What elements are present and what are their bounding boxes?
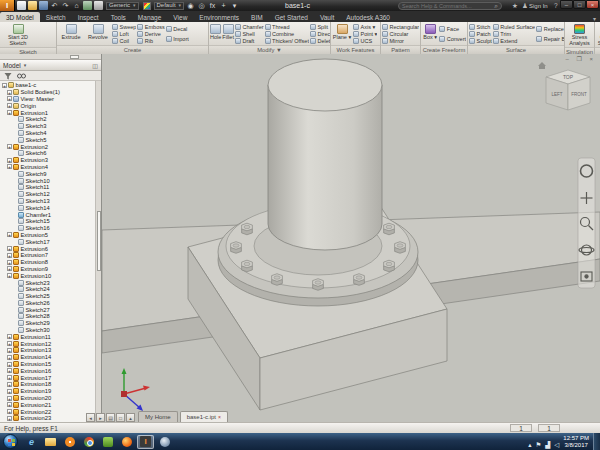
extrude-button[interactable]: Extrude [58,23,84,45]
action-center-flag-icon[interactable]: ⚑ [535,441,541,448]
tree-item-extrusion6[interactable]: +Extrusion6 [0,245,95,252]
expand-icon[interactable]: + [7,253,12,258]
tree-item-sketch11[interactable]: Sketch11 [0,184,95,191]
tree-item-sketch3[interactable]: Sketch3 [0,123,95,130]
ribbon-group-label[interactable]: Modify ▼ [209,45,330,54]
tree-item-sketch10[interactable]: Sketch10 [0,177,95,184]
taskbar-media-player-icon[interactable] [61,435,78,449]
plane-button[interactable]: Plane ▾ [332,23,352,45]
expand-icon[interactable]: + [7,158,12,163]
tree-item-sketch6[interactable]: Sketch6 [0,150,95,157]
convert-to-sheet-metal-button[interactable]: Convert to Sheet Metal [596,23,600,47]
tree-item-sketch9[interactable]: Sketch9 [0,170,95,177]
tree-item-sketch27[interactable]: Sketch27 [0,306,95,313]
help-search-box[interactable]: ⌕ [398,2,502,10]
ribbon-options-icon[interactable]: ▾ [593,15,596,22]
ribbon-group-label[interactable]: Work Features [331,45,380,54]
open-icon[interactable] [28,1,37,10]
hex-nut[interactable] [384,223,395,235]
cylinder-solid[interactable] [268,59,382,250]
expand-icon[interactable]: + [7,334,12,339]
filter-icon[interactable] [4,72,12,80]
tree-item-extrusion10[interactable]: +Extrusion10 [0,272,95,279]
mirror-button[interactable]: Mirror [382,38,419,45]
search-icon[interactable]: ⌕ [494,2,498,10]
direct-button[interactable]: Direct [310,31,331,38]
taskbar-green-app-icon[interactable] [99,435,116,449]
redo-icon[interactable]: ↷ [61,1,70,10]
tree-item-sketch26[interactable]: Sketch26 [0,300,95,307]
hex-nut[interactable] [231,242,242,254]
tree-item-sketch16[interactable]: Sketch16 [0,225,95,232]
minimize-button[interactable]: – [560,0,573,9]
taskbar-internet-explorer-icon[interactable]: e [23,435,40,449]
undo-icon[interactable]: ↶ [50,1,59,10]
import-button[interactable]: Import [166,35,189,42]
box-button[interactable]: Box ▾ [422,23,438,45]
tree-item-extrusion22[interactable]: +Extrusion22 [0,408,95,415]
tree-item-solid-bodies-1[interactable]: +Solid Bodies(1) [0,89,95,96]
tab-scroll-button-4[interactable]: ▴ [126,413,135,422]
material-dropdown[interactable]: Generic▾ [106,2,139,10]
browser-header[interactable]: Model ▾ ◫ [0,60,101,71]
tree-item-extrusion17[interactable]: +Extrusion17 [0,374,95,381]
tree-item-extrusion5[interactable]: +Extrusion5 [0,232,95,239]
tree-item-sketch4[interactable]: Sketch4 [0,130,95,137]
taskbar-clock[interactable]: 12:57 PM 3/8/2017 [563,435,589,449]
tree-item-extrusion8[interactable]: +Extrusion8 [0,259,95,266]
sign-in-button[interactable]: Sign In [529,3,548,9]
tree-item-extrusion4[interactable]: +Extrusion4 [0,164,95,171]
hex-nut[interactable] [384,260,395,272]
sculpt-button[interactable]: Sculpt [469,38,492,45]
help-icon[interactable]: ? [554,2,558,9]
tab-get-started[interactable]: Get Started [269,12,314,22]
trim-button[interactable]: Trim [493,31,535,38]
ribbon-group-label[interactable]: Sketch [0,47,56,54]
draft-button[interactable]: Draft [235,38,264,45]
tab-autodesk-a360[interactable]: Autodesk A360 [340,12,396,22]
taskbar-chrome-icon[interactable] [80,435,97,449]
viewcube-front-face[interactable]: FRONT [571,92,587,97]
ucs-button[interactable]: UCS [353,38,377,45]
expand-icon[interactable]: + [7,246,12,251]
emboss-button[interactable]: Emboss [137,23,164,30]
browser-pin-icon[interactable]: ◫ [92,62,98,69]
network-icon[interactable]: ▟ [545,441,550,448]
tree-item-extrusion16[interactable]: +Extrusion16 [0,367,95,374]
favorites-star-icon[interactable]: ★ [512,2,518,10]
qat-customize-icon[interactable]: ▾ [230,1,239,10]
hex-nut[interactable] [242,223,253,235]
scrollbar-thumb[interactable] [97,211,102,271]
tab-environments[interactable]: Environments [193,12,245,22]
tree-item-sketch24[interactable]: Sketch24 [0,286,95,293]
clear-appearance-icon[interactable]: ◎ [197,1,206,10]
tab-view[interactable]: View [167,12,193,22]
patch-button[interactable]: Patch [469,31,492,38]
tree-item-extrusion23[interactable]: +Extrusion23 [0,415,95,422]
decal-button[interactable]: Decal [166,26,189,33]
tree-item-view-master[interactable]: +View: Master [0,96,95,103]
tab-bim[interactable]: BIM [245,12,269,22]
tab-inspect[interactable]: Inspect [72,12,105,22]
document-window-controls[interactable]: – ❐ × [565,55,596,62]
circular-button[interactable]: Circular [382,31,419,38]
find-icon[interactable] [17,72,26,80]
select-icon[interactable] [94,1,103,10]
ruled-surface-button[interactable]: Ruled Surface [493,23,535,30]
tree-item-sketch28[interactable]: Sketch28 [0,313,95,320]
expand-icon[interactable]: + [7,416,12,421]
tree-item-extrusion15[interactable]: +Extrusion15 [0,361,95,368]
model-canvas[interactable]: TOP LEFT FRONT [102,54,600,422]
tree-item-extrusion19[interactable]: +Extrusion19 [0,388,95,395]
ribbon-group-label[interactable]: Surface [468,45,564,54]
convert-button[interactable]: Convert [439,35,466,42]
expand-icon[interactable]: + [7,355,12,360]
rectangular-button[interactable]: Rectangular [382,23,419,30]
expand-icon[interactable]: + [7,144,12,149]
expand-icon[interactable]: + [7,103,12,108]
ribbon-group-label[interactable]: Pattern [381,45,420,54]
expand-icon[interactable]: + [7,389,12,394]
derive-button[interactable]: Derive [137,31,164,38]
tree-item-extrusion7[interactable]: +Extrusion7 [0,252,95,259]
navigation-bar[interactable] [578,158,595,288]
